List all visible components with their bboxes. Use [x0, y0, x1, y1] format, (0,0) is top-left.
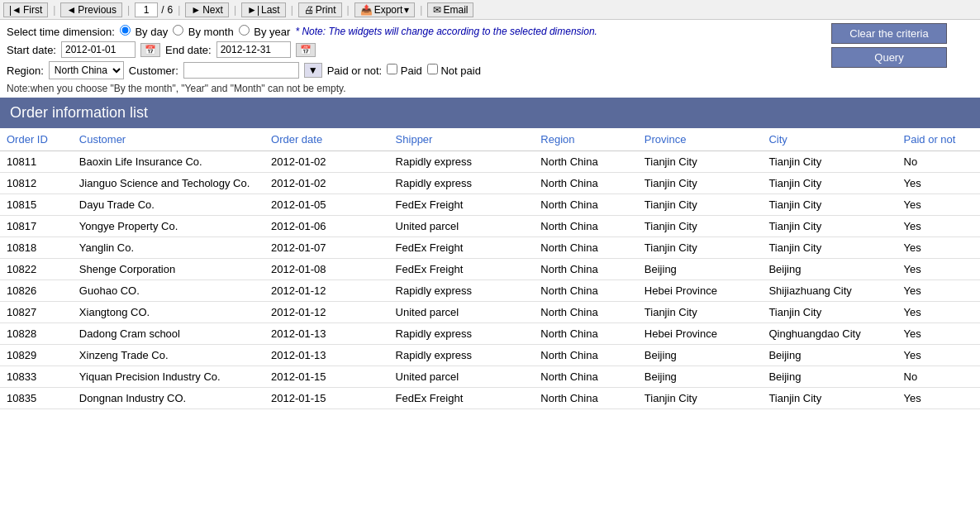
first-button[interactable]: |◄ First — [3, 2, 48, 17]
table-cell: United parcel — [389, 302, 535, 323]
col-header-shipper: Shipper — [389, 128, 535, 151]
table-cell: No — [897, 366, 980, 388]
start-date-input[interactable] — [61, 41, 136, 58]
table-cell: Tianjin City — [762, 216, 897, 237]
time-dimension-label: Select time dimension: — [7, 26, 115, 38]
end-date-calendar-button[interactable]: 📅 — [296, 43, 316, 57]
table-cell: 10822 — [0, 259, 73, 280]
next-button[interactable]: ► Next — [185, 2, 229, 17]
by-year-radio[interactable] — [239, 25, 250, 36]
paid-checkbox-label[interactable]: Paid — [387, 64, 422, 77]
table-cell: Beijing — [638, 345, 763, 366]
table-row: 10811Baoxin Life Insurance Co.2012-01-02… — [0, 151, 980, 173]
previous-button[interactable]: ◄ Previous — [60, 2, 122, 17]
table-cell: 10815 — [0, 194, 73, 216]
table-cell: Tianjin City — [638, 302, 763, 323]
table-cell: Tianjin City — [638, 151, 763, 173]
col-header-province: Province — [638, 128, 763, 151]
next-icon: ► — [191, 4, 201, 16]
by-day-radio-label[interactable]: By day — [120, 25, 168, 38]
table-cell: Tianjin City — [762, 151, 897, 173]
table-cell: Tianjin City — [638, 216, 763, 237]
warn-note: Note:when you choose "By the month", "Ye… — [7, 83, 973, 94]
table-cell: North China — [534, 216, 638, 237]
export-icon: 📤 — [360, 4, 373, 16]
table-cell: North China — [534, 302, 638, 323]
end-date-input[interactable] — [216, 41, 291, 58]
region-select[interactable]: North China — [49, 61, 124, 79]
table-title: Order information list — [0, 98, 980, 128]
table-cell: Yes — [897, 302, 980, 323]
table-cell: Yes — [897, 388, 980, 409]
table-cell: 10826 — [0, 280, 73, 302]
table-cell: Yes — [897, 280, 980, 302]
order-table: Order ID Customer Order date Shipper Reg… — [0, 128, 980, 409]
table-cell: 10833 — [0, 366, 73, 388]
not-paid-checkbox[interactable] — [427, 64, 438, 74]
paid-checkbox[interactable] — [387, 64, 397, 74]
export-button[interactable]: 📤 Export ▾ — [354, 2, 416, 17]
table-cell: No — [897, 151, 980, 173]
export-dropdown-icon: ▾ — [404, 4, 409, 16]
table-cell: Yanglin Co. — [73, 237, 264, 259]
table-cell: 2012-01-13 — [264, 345, 389, 366]
table-cell: Guohao CO. — [73, 280, 264, 302]
table-cell: 10818 — [0, 237, 73, 259]
table-cell: 2012-01-15 — [264, 366, 389, 388]
table-cell: Rapidly express — [389, 345, 535, 366]
table-cell: North China — [534, 194, 638, 216]
not-paid-checkbox-label[interactable]: Not paid — [427, 64, 481, 77]
prev-icon: ◄ — [66, 4, 76, 16]
print-button[interactable]: 🖨 Print — [298, 2, 342, 17]
by-day-radio[interactable] — [120, 25, 131, 36]
table-cell: Beijing — [638, 366, 763, 388]
last-button[interactable]: ►| Last — [241, 2, 286, 17]
table-cell: North China — [534, 151, 638, 173]
table-cell: Beijing — [762, 345, 897, 366]
table-cell: Rapidly express — [389, 280, 535, 302]
table-row: 10827Xiangtong CO.2012-01-12United parce… — [0, 302, 980, 323]
table-cell: 10812 — [0, 173, 73, 194]
table-row: 10828Dadong Cram school2012-01-13Rapidly… — [0, 323, 980, 345]
start-date-calendar-button[interactable]: 📅 — [140, 43, 160, 57]
table-row: 10829Xinzeng Trade Co.2012-01-13Rapidly … — [0, 345, 980, 366]
table-cell: Yes — [897, 216, 980, 237]
table-row: 10833Yiquan Precision Industry Co.2012-0… — [0, 366, 980, 388]
table-cell: FedEx Freight — [389, 194, 535, 216]
table-cell: United parcel — [389, 216, 535, 237]
table-cell: Tianjin City — [638, 237, 763, 259]
table-cell: Dayu Trade Co. — [73, 194, 264, 216]
paid-label: Paid or not: — [327, 64, 383, 77]
table-row: 10835Dongnan Industry CO.2012-01-15FedEx… — [0, 388, 980, 409]
clear-criteria-button[interactable]: Clear the criteria — [831, 23, 947, 44]
table-cell: Yes — [897, 323, 980, 345]
col-header-paid: Paid or not — [897, 128, 980, 151]
col-header-region: Region — [534, 128, 638, 151]
table-section: Order information list Order ID Customer… — [0, 98, 980, 409]
customer-input[interactable] — [183, 62, 299, 79]
table-cell: 10811 — [0, 151, 73, 173]
table-cell: 10828 — [0, 323, 73, 345]
query-button[interactable]: Query — [831, 47, 947, 68]
by-month-radio[interactable] — [173, 25, 183, 36]
by-month-radio-label[interactable]: By month — [173, 25, 234, 38]
page-number-input[interactable] — [135, 2, 158, 17]
by-year-radio-label[interactable]: By year — [239, 25, 291, 38]
customer-label: Customer: — [129, 64, 178, 77]
table-cell: FedEx Freight — [389, 237, 535, 259]
table-cell: 10827 — [0, 302, 73, 323]
table-cell: North China — [534, 280, 638, 302]
dimension-note: * Note: The widgets will change accordin… — [295, 26, 597, 37]
table-cell: 2012-01-08 — [264, 259, 389, 280]
email-button[interactable]: ✉ Email — [427, 2, 473, 17]
table-cell: Tianjin City — [762, 302, 897, 323]
table-cell: 10835 — [0, 388, 73, 409]
table-cell: Xiangtong CO. — [73, 302, 264, 323]
table-cell: 2012-01-13 — [264, 323, 389, 345]
table-cell: North China — [534, 345, 638, 366]
end-date-label: End date: — [165, 44, 212, 56]
table-cell: 10829 — [0, 345, 73, 366]
table-cell: 2012-01-02 — [264, 173, 389, 194]
region-label: Region: — [7, 64, 44, 77]
customer-dropdown-button[interactable]: ▼ — [304, 63, 322, 78]
